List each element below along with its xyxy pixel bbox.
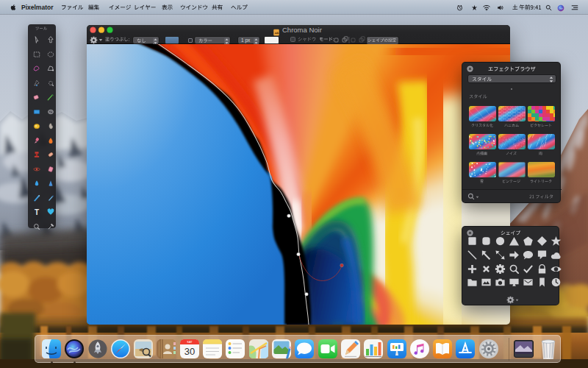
svg-text:30: 30 [184, 346, 195, 357]
svg-text:SAT: SAT [187, 340, 193, 344]
